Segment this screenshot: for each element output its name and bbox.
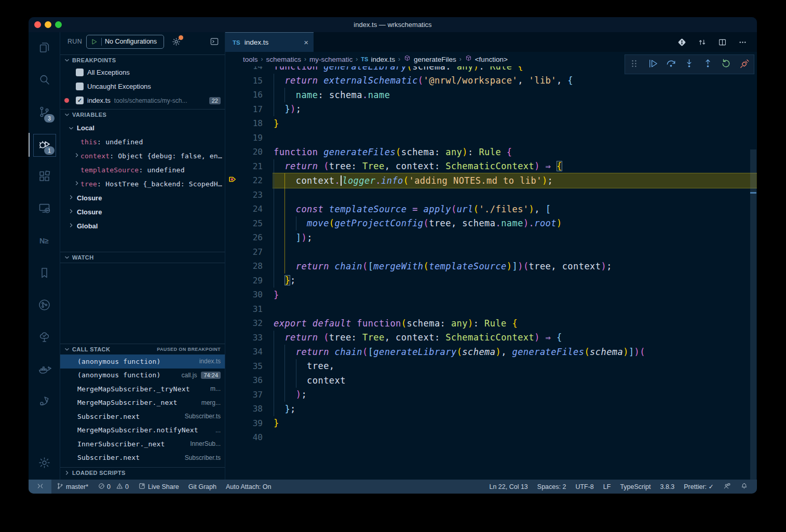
code-line-text[interactable]: });: [273, 102, 757, 117]
code-line-text[interactable]: };: [273, 402, 757, 416]
code-line[interactable]: 36 context: [225, 373, 757, 388]
activity-docker-icon[interactable]: [29, 354, 60, 386]
activity-run-debug-icon[interactable]: 1: [29, 129, 60, 161]
call-stack-section-header[interactable]: CALL STACK PAUSED ON BREAKPOINT: [60, 344, 225, 354]
call-stack-frame[interactable]: Subscriber.nextSubscriber.ts: [60, 451, 225, 465]
breadcrumb-item[interactable]: TSindex.ts: [361, 56, 395, 63]
code-line[interactable]: 29 };: [225, 274, 757, 288]
launch-config-dropdown[interactable]: No Configurations: [86, 35, 164, 49]
code-line[interactable]: 33 return (tree: Tree, context: Schemati…: [225, 331, 757, 345]
code-line[interactable]: 27: [225, 245, 757, 260]
code-line-text[interactable]: }: [273, 416, 757, 431]
notifications-bell[interactable]: [736, 482, 753, 492]
breadcrumb-item[interactable]: <function>: [465, 54, 508, 64]
gutter-glyph-margin[interactable]: [225, 174, 240, 186]
code-line[interactable]: 17 });: [225, 102, 757, 117]
variable-row[interactable]: templateSource: undefined: [60, 163, 225, 177]
breadcrumb-item[interactable]: schematics: [266, 56, 302, 63]
step-into-button[interactable]: [682, 57, 697, 72]
activity-test-explorer-icon[interactable]: [29, 322, 60, 354]
breadcrumb-item[interactable]: tools: [243, 56, 258, 63]
language-mode[interactable]: TypeScript: [615, 483, 655, 490]
code-line-text[interactable]: const templateSource = apply(url('./file…: [273, 202, 757, 216]
restart-button[interactable]: [719, 57, 734, 72]
cursor-position[interactable]: Ln 22, Col 13: [484, 483, 532, 490]
code-line-text[interactable]: function generateFiles(schema: any): Rul…: [273, 145, 757, 159]
code-line[interactable]: 20function generateFiles(schema: any): R…: [225, 145, 757, 159]
code-line-text[interactable]: [273, 188, 757, 202]
call-stack-frame[interactable]: MergeMapSubscriber.notifyNext...: [60, 424, 225, 438]
code-line[interactable]: 38 };: [225, 402, 757, 416]
problems-status[interactable]: 00: [93, 480, 133, 494]
code-line[interactable]: 21 return (tree: Tree, context: Schemati…: [225, 159, 757, 174]
code-line-text[interactable]: name: schema.name: [273, 88, 757, 102]
call-stack-frame[interactable]: (anonymous function)index.ts: [60, 354, 225, 369]
activity-source-control-icon[interactable]: 3: [29, 97, 60, 129]
code-line-text[interactable]: context.logger.info('adding NOTES.md to …: [273, 173, 757, 188]
activity-nx-console-icon[interactable]: N≥: [29, 225, 60, 257]
maximize-window-button[interactable]: [55, 21, 62, 28]
code-line-text[interactable]: }: [273, 116, 757, 131]
checkbox[interactable]: [76, 83, 84, 90]
code-line[interactable]: 37 );: [225, 388, 757, 402]
code-line[interactable]: 34 return chain([generateLibrary(schema)…: [225, 345, 757, 359]
code-line[interactable]: 35 tree,: [225, 359, 757, 374]
checkbox[interactable]: ✓: [76, 97, 84, 104]
code-line-text[interactable]: [273, 302, 757, 317]
eol[interactable]: LF: [599, 483, 616, 490]
call-stack-frame[interactable]: Subscriber.nextSubscriber.ts: [60, 410, 225, 424]
code-line-text[interactable]: );: [273, 388, 757, 402]
encoding[interactable]: UTF-8: [571, 483, 598, 490]
step-out-button[interactable]: [700, 57, 715, 72]
breakpoint-row[interactable]: All Exceptions: [60, 65, 225, 79]
auto-attach-status[interactable]: Auto Attach: On: [221, 480, 276, 494]
watch-section-header[interactable]: WATCH: [60, 252, 225, 263]
code-line-text[interactable]: }: [273, 288, 757, 302]
call-stack-frame[interactable]: MergeMapSubscriber._tryNextm...: [60, 382, 225, 396]
code-line[interactable]: 26 ]);: [225, 230, 757, 245]
scope-closure[interactable]: Closure: [60, 205, 225, 219]
activity-explorer-icon[interactable]: [29, 32, 60, 64]
remote-indicator[interactable]: [29, 480, 51, 494]
call-stack-frame[interactable]: (anonymous function)call.js74:24: [60, 369, 225, 383]
code-line[interactable]: 19: [225, 131, 757, 145]
activity-extensions-icon[interactable]: [29, 161, 60, 193]
indentation[interactable]: Spaces: 2: [533, 483, 571, 490]
git-branch-status[interactable]: master*: [51, 480, 93, 494]
code-line[interactable]: 24 const templateSource = apply(url('./f…: [225, 202, 757, 216]
breakpoints-section-header[interactable]: BREAKPOINTS: [60, 54, 225, 65]
code-line[interactable]: 15 return externalSchematic('@nrwl/works…: [225, 74, 757, 88]
code-line-text[interactable]: ]);: [273, 230, 757, 245]
code-line[interactable]: 28 return chain([mergeWith(templateSourc…: [225, 259, 757, 274]
variable-row[interactable]: tree: HostTree {_backend: ScopedH…: [60, 177, 225, 191]
gitlens-icon[interactable]: [677, 37, 687, 47]
git-graph-status[interactable]: Git Graph: [184, 480, 221, 494]
split-editor-icon[interactable]: [717, 37, 727, 47]
gripper-button[interactable]: [627, 57, 642, 72]
code-line[interactable]: 22 context.logger.info('adding NOTES.md …: [225, 173, 757, 188]
code-line[interactable]: 23: [225, 188, 757, 202]
scrollbar-slider[interactable]: [750, 149, 756, 480]
tab-index-ts[interactable]: TS index.ts ×: [225, 32, 314, 52]
prettier-status[interactable]: Prettier: ✓: [679, 483, 719, 490]
minimize-window-button[interactable]: [45, 21, 51, 28]
code-line-text[interactable]: tree,: [273, 359, 757, 374]
code-line-text[interactable]: context: [273, 373, 757, 388]
debug-console-button[interactable]: [209, 36, 220, 47]
activity-settings-gear-icon[interactable]: [29, 447, 60, 480]
code-line-text[interactable]: return externalSchematic('@nrwl/workspac…: [273, 74, 757, 88]
code-line-text[interactable]: move(getProjectConfig(tree, schema.name)…: [273, 216, 757, 231]
variable-row[interactable]: this: undefined: [60, 135, 225, 149]
activity-live-share-activity-icon[interactable]: [29, 386, 60, 418]
activity-git-graph-icon[interactable]: [29, 290, 60, 322]
code-line-text[interactable]: [273, 131, 757, 145]
code-line-text[interactable]: };: [273, 274, 757, 288]
scope-closure[interactable]: Closure: [60, 191, 225, 205]
breakpoint-row[interactable]: Uncaught Exceptions: [60, 79, 225, 93]
disconnect-button[interactable]: [737, 57, 752, 72]
activity-search-icon[interactable]: [29, 64, 60, 97]
activity-remote-explorer-icon[interactable]: [29, 193, 60, 225]
live-share-status[interactable]: Live Share: [133, 480, 184, 494]
call-stack-frame[interactable]: MergeMapSubscriber._nextmerg...: [60, 396, 225, 410]
code-line-text[interactable]: return (tree: Tree, context: SchematicCo…: [273, 331, 757, 345]
